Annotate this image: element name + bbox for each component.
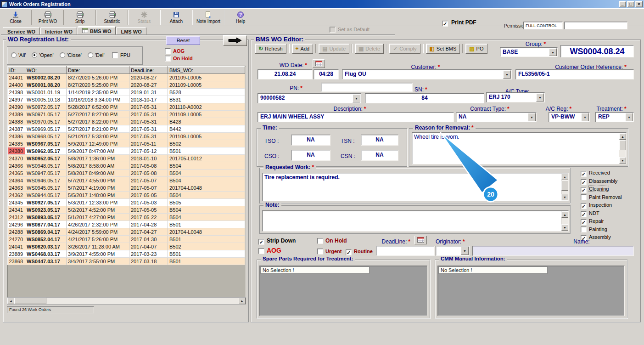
print-pdf-checkbox[interactable]: ✓Print PDF: [442, 19, 476, 27]
wo-row-WS0852.04.17[interactable]: 24270WS0852.04.174/21/2017 5:26:00 PM201…: [8, 236, 245, 243]
scroll-down-icon[interactable]: ▼: [561, 224, 568, 231]
originator-select[interactable]: ▼: [436, 246, 470, 256]
spare-parts-list[interactable]: No Selection !: [259, 266, 427, 316]
toolbar-button-strip[interactable]: Strip: [66, 9, 94, 25]
dropdown-arrow-icon[interactable]: ▼: [581, 113, 589, 121]
dropdown-arrow-icon[interactable]: ▼: [503, 70, 511, 79]
column-header-bms-wo[interactable]: BMS_WO:: [168, 67, 210, 74]
wo-row-WS0877.04.17[interactable]: 24296WS0877.04.174/26/2017 2:32:00 PM201…: [8, 221, 245, 228]
wo-row-WS0947.05.17[interactable]: 24365WS0947.05.175/8/2017 8:49:00 AM2017…: [8, 170, 245, 177]
wo-row-WS0944.05.17[interactable]: 24362WS0944.05.175/5/2017 1:48:00 PM2017…: [8, 192, 245, 199]
customer-select[interactable]: Flug OU ▼: [342, 69, 512, 79]
wo-row-WS0972.05.17[interactable]: 24390WS0972.05.175/28/2017 6:52:00 PM201…: [8, 103, 245, 111]
wo-date-field[interactable]: 21.08.24: [258, 69, 313, 79]
editor-button-add[interactable]: +Add: [292, 44, 314, 54]
toolbar-button-help[interactable]: ?Help: [227, 9, 254, 25]
contract-type-select[interactable]: NA ▼: [456, 112, 537, 122]
deadline-field[interactable]: [376, 246, 435, 256]
note-scrollbar[interactable]: ▲ ▼: [561, 211, 568, 231]
cmm-manual-list[interactable]: No Selection !: [437, 266, 625, 316]
scroll-thumb[interactable]: [619, 140, 626, 150]
strip-down-checkbox[interactable]: ✓Strip Down: [258, 238, 296, 245]
wo-row-WS0952.05.17[interactable]: 24370WS0952.05.175/8/2017 1:36:00 PM2018…: [8, 155, 245, 162]
wo-date-calendar-button[interactable]: [313, 59, 325, 68]
wo-row-WS0005.10.18[interactable]: 24397WS0005.10.1810/16/2018 3:34:00 PM20…: [8, 96, 245, 103]
dropdown-arrow-icon[interactable]: ▼: [353, 94, 360, 102]
checkbox-disassembly[interactable]: ✓Disassembly: [581, 178, 639, 187]
cso-field[interactable]: NA: [291, 150, 330, 161]
column-header-date[interactable]: Date:: [67, 67, 129, 74]
pn-search-field[interactable]: [321, 83, 413, 92]
scroll-right-icon[interactable]: ►: [239, 298, 246, 304]
wo-row-WS0962.05.17[interactable]: 24380WS0962.05.175/9/2017 8:47:00 AM2017…: [8, 147, 245, 155]
checkbox-paint-removal[interactable]: Paint Removal: [581, 194, 639, 203]
on-hold-checkbox[interactable]: On Hold: [317, 238, 347, 244]
checkbox-ndt[interactable]: ✓NDT: [581, 210, 639, 219]
wo-time-field[interactable]: 04:28: [314, 69, 339, 79]
checkbox-cleaning[interactable]: ✓Cleaning: [581, 186, 639, 194]
reason-scrollbar[interactable]: ▲ ▼: [619, 133, 626, 164]
editor-button-po[interactable]: ▨PO: [465, 44, 487, 54]
scroll-up-icon[interactable]: ▲: [561, 211, 568, 218]
editor-button-refresh[interactable]: ↻Refresh: [255, 44, 286, 54]
wo-row-WS0002.08.20[interactable]: 24401WS0002.08.208/27/2020 5:26:00 PM202…: [8, 74, 245, 81]
note-textarea[interactable]: ▲ ▼: [262, 210, 569, 232]
forward-button[interactable]: [223, 35, 247, 46]
aog-filter-checkbox[interactable]: AOG: [165, 48, 185, 54]
treatment-select[interactable]: REP ▼: [595, 112, 634, 122]
column-header-wo[interactable]: WO:: [25, 67, 67, 74]
scroll-down-icon[interactable]: ▼: [561, 194, 568, 200]
dropdown-arrow-icon[interactable]: ▼: [461, 247, 469, 255]
scroll-left-icon[interactable]: ◄: [7, 298, 14, 304]
pn-select[interactable]: 90000582 ▼: [258, 93, 361, 103]
ac-type-select[interactable]: ERJ 170 ▼: [486, 92, 545, 102]
scroll-thumb[interactable]: [561, 181, 568, 191]
maximize-icon[interactable]: □: [627, 1, 634, 7]
aog-checkbox[interactable]: AOG: [258, 247, 281, 254]
wo-row-WS0971.05.17[interactable]: 24389WS0971.05.175/27/2017 8:27:00 PM201…: [8, 111, 245, 118]
tab-service-wo[interactable]: Service WO: [3, 27, 40, 35]
dropdown-arrow-icon[interactable]: ▼: [528, 113, 536, 121]
routine-checkbox[interactable]: ✓Routine: [346, 249, 373, 255]
wo-row-WS0923.05.17[interactable]: 24341WS0923.05.175/2/2017 4:52:00 PM2017…: [8, 206, 245, 214]
wo-row-WS0620.03.17[interactable]: 24041WS0620.03.173/26/2017 11:28:00 AM20…: [8, 243, 245, 250]
editor-button-set-bms[interactable]: ◧Set BMS: [426, 44, 460, 54]
tso-field[interactable]: NA: [291, 135, 330, 146]
requested-scrollbar[interactable]: ▲ ▼: [561, 174, 568, 200]
tab-interior-wo[interactable]: Interior WO: [40, 27, 77, 35]
wo-row-WS0001.01.19[interactable]: 24398WS0001.01.191/14/2019 2:35:00 PM201…: [8, 89, 245, 96]
requested-work-textarea[interactable]: Tire replacement is required. ▲ ▼: [262, 173, 569, 201]
radio-del[interactable]: 'Del': [88, 52, 105, 58]
radio-all[interactable]: 'All': [11, 52, 26, 58]
wo-row-WS0968.05.17[interactable]: 24386WS0968.05.175/21/2017 5:33:00 PM201…: [8, 133, 245, 140]
wo-row-WS0967.05.17[interactable]: 24385WS0967.05.175/9/2017 12:49:00 PM201…: [8, 140, 245, 147]
dropdown-arrow-icon[interactable]: ▼: [549, 48, 557, 56]
tab-bms-wo[interactable]: BMS WO: [78, 26, 116, 35]
deadline-calendar-button[interactable]: [414, 236, 427, 244]
csn-field[interactable]: NA: [361, 150, 398, 161]
wo-row-WS0869.04.17[interactable]: 24288WS0869.04.174/24/2017 5:59:00 PM201…: [8, 228, 245, 236]
minimize-icon[interactable]: _: [619, 1, 626, 7]
radio-open[interactable]: 'Open': [32, 52, 53, 58]
scroll-down-icon[interactable]: ▼: [619, 157, 626, 164]
wo-row-WS0969.05.17[interactable]: 24387WS0969.05.175/27/2017 8:21:00 PM201…: [8, 125, 245, 133]
wo-row-WS0970.05.17[interactable]: 24388WS0970.05.175/27/2017 8:22:00 PM201…: [8, 118, 245, 125]
close-window-icon[interactable]: ×: [635, 1, 643, 7]
wo-row-WS0945.05.17[interactable]: 24363WS0945.05.175/7/2017 4:19:00 PM2017…: [8, 184, 245, 192]
urgent-checkbox[interactable]: Urgent: [317, 249, 342, 255]
radio-close[interactable]: 'Close': [60, 52, 82, 58]
checkbox-painting[interactable]: Painting: [581, 226, 639, 235]
toolbar-button-print-wo[interactable]: Print WO: [34, 9, 62, 25]
scroll-up-icon[interactable]: ▲: [561, 174, 568, 180]
column-header-id[interactable]: ID:: [8, 67, 25, 74]
wo-row-WS0927.05.17[interactable]: 24345WS0927.05.175/3/2017 12:33:00 PM201…: [8, 199, 245, 206]
fpu-checkbox[interactable]: FPU: [112, 52, 130, 58]
column-header-deadline[interactable]: DeadLine:: [129, 67, 168, 74]
sn-field[interactable]: 84: [365, 93, 484, 103]
group-select[interactable]: BASE ▼: [500, 47, 558, 57]
wo-row-WS0893.05.17[interactable]: 24312WS0893.05.175/1/2017 4:27:00 PM2017…: [8, 214, 245, 221]
tsn-field[interactable]: NA: [361, 135, 398, 146]
on-hold-filter-checkbox[interactable]: On Hold: [165, 56, 193, 62]
horizontal-scrollbar[interactable]: ◄ ►: [7, 297, 246, 305]
toolbar-button-note-import[interactable]: Note Import: [195, 9, 222, 25]
